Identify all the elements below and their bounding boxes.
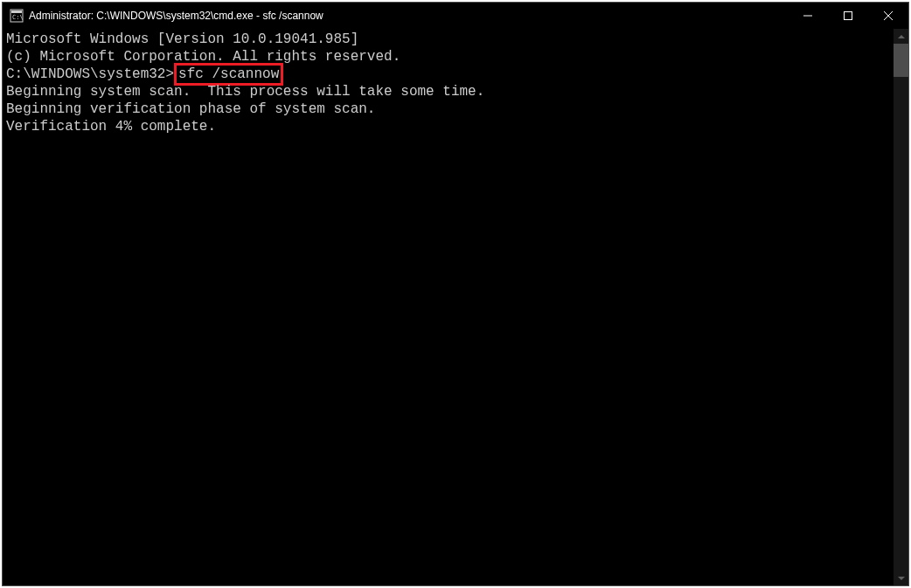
svg-marker-7 (898, 35, 905, 38)
svg-marker-8 (898, 577, 905, 580)
svg-text:C:\: C:\ (12, 14, 24, 21)
titlebar[interactable]: C:\ Administrator: C:\WINDOWS\system32\c… (3, 3, 908, 29)
output-line: Beginning verification phase of system s… (6, 100, 890, 118)
svg-rect-4 (845, 12, 852, 20)
prompt-prefix: C:\WINDOWS\system32> (6, 66, 174, 82)
output-line: Verification 4% complete. (6, 118, 890, 135)
close-button[interactable] (868, 3, 908, 29)
window-controls (788, 3, 908, 29)
cmd-window: C:\ Administrator: C:\WINDOWS\system32\c… (2, 2, 909, 586)
svg-rect-1 (11, 10, 22, 13)
output-line: (c) Microsoft Corporation. All rights re… (6, 48, 890, 66)
output-line: Beginning system scan. This process will… (6, 83, 890, 100)
vertical-scrollbar[interactable] (894, 29, 908, 585)
terminal-output[interactable]: Microsoft Windows [Version 10.0.19041.98… (3, 29, 894, 585)
scrollbar-down-arrow-icon[interactable] (894, 571, 908, 585)
scrollbar-up-arrow-icon[interactable] (894, 29, 908, 44)
prompt-line: C:\WINDOWS\system32>sfc /scannow (6, 66, 890, 83)
minimize-button[interactable] (788, 3, 828, 29)
maximize-button[interactable] (828, 3, 868, 29)
scrollbar-thumb[interactable] (894, 44, 908, 77)
window-title: Administrator: C:\WINDOWS\system32\cmd.e… (29, 10, 788, 22)
content-wrapper: Microsoft Windows [Version 10.0.19041.98… (3, 29, 908, 585)
output-line: Microsoft Windows [Version 10.0.19041.98… (6, 31, 890, 48)
cmd-icon: C:\ (10, 9, 24, 23)
